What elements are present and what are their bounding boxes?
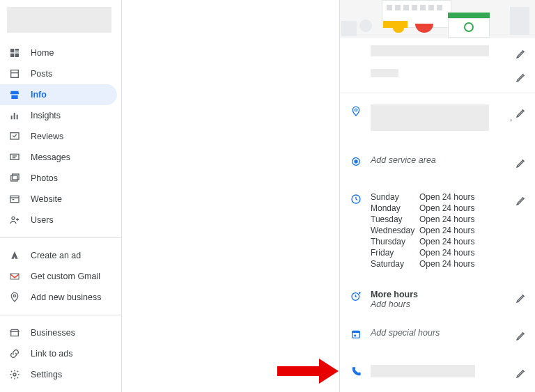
- sidebar-item-info[interactable]: Info: [0, 84, 117, 105]
- sidebar-item-label: Create an ad: [31, 251, 81, 260]
- website-icon: [8, 194, 21, 205]
- svg-rect-3: [10, 54, 14, 57]
- sidebar-item-label: Photos: [31, 173, 58, 183]
- address-trailing-text: ,: [510, 113, 512, 123]
- sidebar-item-label: Info: [31, 90, 47, 100]
- dashboard-icon: [8, 47, 21, 58]
- sidebar-item-reviews[interactable]: Reviews: [0, 126, 117, 147]
- nav-group-primary: Home Posts Info Insights: [0, 42, 121, 237]
- row-special-hours: Add special hours: [340, 316, 535, 351]
- users-icon: [8, 214, 21, 226]
- sidebar-item-link-ads[interactable]: Link to ads: [0, 343, 117, 364]
- add-location-icon: [8, 292, 21, 303]
- svg-rect-16: [10, 196, 19, 202]
- hours-value: Open 24 hours: [419, 237, 504, 246]
- svg-rect-33: [352, 331, 360, 333]
- business-name-placeholder: [371, 45, 489, 56]
- sidebar-item-messages[interactable]: Messages: [0, 147, 117, 168]
- sidebar-item-label: Website: [31, 194, 62, 204]
- svg-point-25: [355, 109, 357, 111]
- edit-phone-button[interactable]: [513, 365, 529, 382]
- sidebar-item-create-ad[interactable]: Create an ad: [0, 245, 117, 266]
- sidebar-item-label: Businesses: [31, 328, 75, 338]
- sidebar-item-insights[interactable]: Insights: [0, 105, 117, 126]
- app-root: Home Posts Info Insights: [0, 0, 535, 392]
- more-hours-heading: More hours: [371, 290, 504, 299]
- photos-icon: [8, 173, 21, 184]
- add-hours-label: Add hours: [371, 299, 504, 309]
- ads-icon: [8, 250, 21, 261]
- row-business-name: [340, 38, 535, 69]
- edit-address-button[interactable]: [513, 104, 529, 121]
- edit-special-hours-button[interactable]: [513, 327, 529, 344]
- businesses-icon: [8, 327, 21, 338]
- special-hours-label: Add special hours: [371, 328, 440, 338]
- nav-group-secondary: Create an ad Get custom Gmail Add new bu…: [0, 237, 121, 315]
- edit-more-hours-button[interactable]: [513, 290, 529, 306]
- category-placeholder: [371, 69, 398, 77]
- sidebar-item-label: Add new business: [31, 292, 101, 302]
- posts-icon: [8, 68, 21, 79]
- hours-day: Tuesday: [371, 214, 419, 224]
- hours-value: Open 24 hours: [419, 192, 504, 202]
- svg-rect-4: [15, 54, 19, 57]
- edit-service-area-button[interactable]: [513, 155, 529, 171]
- address-placeholder: [371, 104, 489, 131]
- sidebar-item-businesses[interactable]: Businesses: [0, 322, 117, 343]
- edit-hours-button[interactable]: [513, 192, 529, 209]
- sidebar-item-website[interactable]: Website: [0, 189, 117, 210]
- svg-point-19: [12, 217, 15, 219]
- hours-value: Open 24 hours: [419, 203, 504, 213]
- sidebar-item-label: Link to ads: [31, 349, 72, 359]
- svg-point-27: [355, 160, 357, 163]
- map-pin-icon: [350, 106, 362, 117]
- hours-table: SundayOpen 24 hours MondayOpen 24 hours …: [371, 192, 504, 269]
- row-more-hours: More hours Add hours: [340, 276, 535, 316]
- panel-header-illustration: [340, 0, 535, 38]
- edit-category-button[interactable]: [513, 69, 529, 86]
- phone-placeholder: [371, 365, 475, 377]
- sidebar-item-photos[interactable]: Photos: [0, 168, 117, 189]
- edit-name-button[interactable]: [513, 45, 529, 62]
- annotation-arrow: [277, 359, 339, 384]
- svg-rect-2: [15, 52, 19, 52]
- sidebar-item-label: Get custom Gmail: [31, 272, 100, 281]
- row-phone: [340, 351, 535, 389]
- insights-icon: [8, 110, 21, 121]
- sidebar-item-label: Insights: [31, 111, 61, 120]
- sidebar-item-label: Users: [31, 215, 54, 225]
- service-area-label: Add service area: [371, 155, 436, 165]
- sidebar-item-posts[interactable]: Posts: [0, 63, 117, 84]
- sidebar-item-label: Posts: [31, 69, 52, 79]
- hours-day: Wednesday: [371, 226, 419, 235]
- sidebar-item-add-business[interactable]: Add new business: [0, 287, 117, 308]
- hours-day: Sunday: [371, 192, 419, 202]
- sidebar-item-users[interactable]: Users: [0, 210, 117, 230]
- hours-value: Open 24 hours: [419, 248, 504, 258]
- reviews-icon: [8, 131, 21, 142]
- svg-point-24: [13, 373, 16, 376]
- row-service-area: Add service area: [340, 138, 535, 178]
- service-area-icon: [350, 156, 362, 167]
- row-category: [340, 69, 535, 93]
- nav-group-tertiary: Businesses Link to ads Settings: [0, 315, 121, 392]
- svg-rect-11: [10, 154, 19, 159]
- gmail-icon: [8, 271, 21, 282]
- link-icon: [8, 348, 21, 359]
- svg-rect-0: [10, 49, 14, 52]
- row-address: ,: [340, 93, 535, 138]
- sidebar-item-gmail[interactable]: Get custom Gmail: [0, 266, 117, 287]
- svg-rect-8: [14, 113, 15, 119]
- sidebar-item-settings[interactable]: Settings: [0, 364, 117, 385]
- sidebar-item-label: Reviews: [31, 132, 63, 141]
- hours-value: Open 24 hours: [419, 226, 504, 235]
- storefront-icon: [8, 89, 21, 100]
- svg-rect-34: [354, 335, 356, 337]
- sidebar-item-home[interactable]: Home: [0, 42, 117, 63]
- messages-icon: [8, 152, 21, 163]
- info-panel: , Add service area Su: [340, 0, 535, 392]
- row-hours: SundayOpen 24 hours MondayOpen 24 hours …: [340, 178, 535, 276]
- hours-value: Open 24 hours: [419, 259, 504, 269]
- svg-point-23: [13, 295, 15, 297]
- calendar-icon: [350, 329, 362, 340]
